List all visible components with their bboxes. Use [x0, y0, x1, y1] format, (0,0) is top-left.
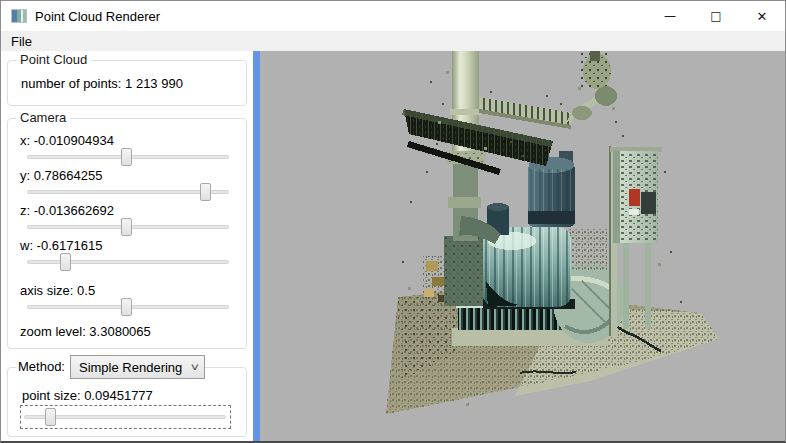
camera-slider-row-x: x: -0.010904934 [18, 133, 236, 166]
slider-label: x: -0.010904934 [20, 133, 236, 148]
slider-handle[interactable] [200, 183, 211, 201]
control-panel: Point Cloud number of points: 1 213 990 … [1, 51, 253, 441]
method-label: Method: [16, 355, 70, 379]
maximize-button[interactable]: □ [693, 1, 739, 31]
camera-groupbox: Camera x: -0.010904934 y: 0.78664255 z: … [7, 118, 247, 349]
splitter-handle[interactable] [253, 51, 260, 441]
slider-groove[interactable] [27, 260, 229, 264]
window-title: Point Cloud Renderer [35, 9, 647, 24]
point-cloud-groupbox: Point Cloud number of points: 1 213 990 [7, 60, 247, 106]
title-bar: Point Cloud Renderer — □ ✕ [1, 1, 785, 31]
app-icon [11, 9, 27, 23]
slider-label: axis size: 0.5 [20, 283, 236, 298]
slider-handle[interactable] [45, 408, 56, 426]
slider[interactable] [27, 298, 229, 316]
method-groupbox: Method: Simple Rendering ˅ point size: 0… [7, 367, 247, 437]
camera-slider-row-axis-size: axis size: 0.5 [18, 283, 236, 316]
slider-groove[interactable] [27, 190, 229, 194]
camera-group-title: Camera [16, 110, 70, 125]
slider-label: z: -0.013662692 [20, 203, 236, 218]
menu-file[interactable]: File [5, 33, 38, 50]
slider-label: y: 0.78664255 [20, 168, 236, 183]
slider-handle[interactable] [121, 298, 132, 316]
slider-handle[interactable] [121, 218, 132, 236]
point-cloud-group-title: Point Cloud [16, 52, 91, 67]
slider[interactable] [27, 183, 229, 201]
point-size-slider[interactable] [24, 408, 226, 426]
viewport-3d[interactable] [260, 51, 785, 441]
camera-sliders: x: -0.010904934 y: 0.78664255 z: -0.0136… [18, 133, 236, 316]
zoom-level-label: zoom level: 3.3080065 [20, 324, 236, 339]
slider-label: w: -0.6171615 [20, 238, 236, 253]
point-size-slider-focus-frame [20, 405, 231, 429]
method-row: Method: Simple Rendering ˅ [16, 355, 205, 379]
point-cloud-render [260, 51, 785, 441]
slider[interactable] [27, 148, 229, 166]
menu-bar: File [1, 31, 785, 51]
slider-handle[interactable] [60, 253, 71, 271]
slider[interactable] [27, 253, 229, 271]
slider-handle[interactable] [121, 148, 132, 166]
method-combobox[interactable]: Simple Rendering ˅ [70, 355, 205, 379]
point-size-label: point size: 0.09451777 [22, 388, 236, 403]
camera-slider-row-z: z: -0.013662692 [18, 203, 236, 236]
close-button[interactable]: ✕ [739, 1, 785, 31]
app-window: Point Cloud Renderer — □ ✕ File Point Cl… [0, 0, 786, 443]
minimize-button[interactable]: — [647, 1, 693, 31]
chevron-down-icon: ˅ [191, 362, 199, 373]
camera-slider-row-y: y: 0.78664255 [18, 168, 236, 201]
camera-slider-row-w: w: -0.6171615 [18, 238, 236, 271]
method-combobox-value: Simple Rendering [79, 360, 192, 375]
slider[interactable] [27, 218, 229, 236]
